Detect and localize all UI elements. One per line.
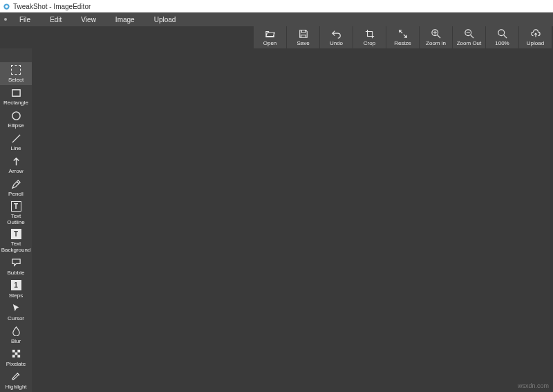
blur-drop-icon [11, 326, 21, 337]
tool-line[interactable]: Line [0, 131, 32, 153]
tool-text-outline[interactable]: T TextOutline [0, 199, 32, 227]
undo-arrow-icon [332, 29, 341, 39]
select-icon [11, 64, 21, 75]
tool-highlight[interactable]: Highlight [0, 369, 32, 392]
top-toolbar: Open Save Undo Crop Resize Zoom in Zoom … [0, 26, 553, 48]
app-logo-icon [3, 3, 10, 10]
svg-rect-9 [15, 353, 17, 355]
ellipse-icon [11, 110, 21, 121]
line-icon [11, 133, 21, 144]
menu-image[interactable]: Image [106, 16, 144, 24]
tool-select[interactable]: Select [0, 62, 32, 85]
tool-bubble[interactable]: Bubble [0, 254, 32, 277]
window-title: TweakShot - ImageEditor [13, 3, 91, 10]
svg-point-4 [498, 29, 504, 35]
tool-pencil[interactable]: Pencil [0, 176, 32, 199]
tool-cursor[interactable]: Cursor [0, 301, 32, 324]
open-button[interactable]: Open [254, 26, 286, 48]
menu-file[interactable]: File [10, 16, 40, 24]
menu-edit[interactable]: Edit [40, 16, 71, 24]
pixelate-icon [11, 348, 21, 360]
tool-pixelate[interactable]: Pixelate [0, 346, 32, 369]
bubble-icon [11, 257, 21, 268]
tool-blur[interactable]: Blur [0, 324, 32, 346]
upload-button[interactable]: Upload [519, 26, 552, 48]
menu-view[interactable]: View [71, 16, 106, 24]
tool-ellipse[interactable]: Ellipse [0, 108, 32, 131]
zoom-100-icon [498, 29, 507, 39]
svg-rect-11 [17, 355, 20, 358]
tool-rectangle[interactable]: Rectangle [0, 85, 32, 108]
upload-cloud-icon [531, 29, 541, 39]
rectangle-icon [11, 87, 21, 98]
tool-sidebar: Select Rectangle Ellipse Line Arrow Penc… [0, 48, 32, 392]
steps-icon: 1 [11, 280, 21, 291]
zoom-100-button[interactable]: 100% [486, 26, 518, 48]
text-outline-icon: T [11, 200, 21, 212]
resize-icon [398, 29, 408, 39]
zoom-out-button[interactable]: Zoom Out [453, 26, 485, 48]
text-background-icon: T [11, 228, 21, 239]
cursor-icon [11, 303, 21, 314]
canvas-area[interactable]: wsxdn.com [32, 48, 553, 392]
svg-rect-10 [12, 355, 15, 358]
menu-upload[interactable]: Upload [144, 16, 186, 24]
tool-steps[interactable]: 1 Steps [0, 278, 32, 301]
tool-arrow[interactable]: Arrow [0, 153, 32, 176]
open-folder-icon [265, 29, 275, 39]
svg-point-6 [12, 112, 19, 120]
titlebar: TweakShot - ImageEditor [0, 0, 553, 12]
zoom-in-button[interactable]: Zoom in [420, 26, 452, 48]
undo-button[interactable]: Undo [320, 26, 353, 48]
crop-icon [365, 29, 375, 39]
watermark-text: wsxdn.com [518, 382, 549, 389]
save-floppy-icon [299, 29, 308, 39]
svg-rect-7 [12, 350, 15, 353]
highlight-marker-icon [11, 371, 21, 382]
save-button[interactable]: Save [287, 26, 319, 48]
crop-button[interactable]: Crop [353, 26, 386, 48]
menubar: File Edit View Image Upload [0, 12, 553, 26]
resize-button[interactable]: Resize [386, 26, 419, 48]
menu-indicator-icon [4, 18, 7, 21]
zoom-out-icon [465, 29, 474, 39]
svg-point-1 [5, 5, 8, 8]
arrow-up-icon [11, 156, 21, 167]
pencil-icon [11, 178, 21, 189]
zoom-in-icon [431, 29, 441, 39]
svg-rect-5 [12, 89, 19, 95]
tool-text-background[interactable]: T TextBackground [0, 227, 32, 254]
svg-rect-8 [17, 350, 20, 353]
